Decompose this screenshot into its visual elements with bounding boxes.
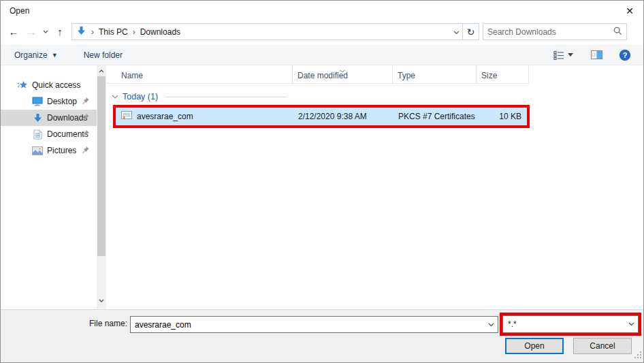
organize-dropdown-caret-icon: ▼ [52,52,58,59]
sidebar-item-downloads[interactable]: Downloads [1,110,97,126]
downloads-icon [32,113,43,123]
certificate-file-icon [121,111,132,122]
column-label: Type [398,71,415,80]
group-label: Today (1) [123,92,158,101]
sidebar-item-desktop[interactable]: Desktop [1,93,97,110]
scroll-down-icon[interactable] [97,296,106,305]
annotation-red-box-file-row: avesrarae_com 2/12/2020 9:38 AM PKCS #7 … [113,105,530,128]
breadcrumb-separator-icon: › [133,27,135,37]
pin-icon [82,97,90,107]
pin-icon [82,129,90,140]
sidebar-item-documents[interactable]: Documents [1,126,97,142]
help-icon: ? [619,49,631,61]
close-icon[interactable]: ✕ [616,1,643,21]
group-header-today[interactable]: Today (1) [112,90,643,104]
change-view-button[interactable] [548,50,579,60]
svg-text:?: ? [623,51,628,59]
sidebar-item-quick-access[interactable]: Quick access [1,77,97,93]
refresh-icon[interactable]: ↻ [463,23,479,40]
file-type-value: *.* [503,319,624,329]
file-type: PKCS #7 Certificates [396,108,479,125]
quick-access-star-icon [17,80,28,90]
column-header-date-modified[interactable]: Date modified [293,65,393,84]
column-label: Name [121,71,143,80]
file-type-combobox[interactable]: *.* [502,315,639,333]
file-name-combobox[interactable] [130,316,498,333]
file-size: 10 KB [479,108,527,125]
command-bar: Organize ▼ New folder [1,45,643,65]
view-dropdown-caret-icon [568,53,573,57]
group-divider-line [165,97,287,97]
cancel-button[interactable]: Cancel [573,338,632,354]
search-box[interactable] [483,23,627,40]
forward-icon[interactable]: → [22,23,40,41]
pictures-icon [32,146,43,155]
column-header-size[interactable]: Size [477,65,529,84]
breadcrumb-this-pc[interactable]: This PC [99,27,128,37]
address-bar[interactable]: › This PC › Downloads [71,23,463,40]
group-collapse-chevron-icon [112,95,118,99]
file-row[interactable]: avesrarae_com 2/12/2020 9:38 AM PKCS #7 … [116,108,527,125]
sidebar-item-pictures[interactable]: Pictures [1,142,97,159]
file-name: avesrarae_com [137,112,193,121]
organize-label: Organize [14,50,48,60]
sidebar-item-label: Desktop [47,97,77,106]
downloads-folder-icon [76,26,86,38]
file-list: Name Date modified Type Size Today (1) [106,65,643,309]
new-folder-button[interactable]: New folder [77,45,129,65]
details-view-icon [553,50,564,60]
search-input[interactable] [487,27,613,37]
column-header-type[interactable]: Type [393,65,477,84]
column-headers: Name Date modified Type Size [106,65,643,84]
help-button[interactable]: ? [613,49,637,61]
file-type-dropdown-chevron-icon[interactable] [624,316,638,332]
navigation-bar: ← → ↑ › This PC › Downloads ↻ [1,21,643,45]
breadcrumb-separator-icon: › [91,27,94,37]
sort-descending-icon [340,65,346,75]
resize-grip[interactable] [634,351,641,360]
annotation-red-box-file-type: *.* [500,313,641,336]
column-label: Size [481,71,497,80]
documents-icon [32,129,43,140]
dialog-body: Quick access Desktop Downloads [1,65,643,309]
up-icon[interactable]: ↑ [51,23,69,41]
file-name-dropdown-chevron-icon[interactable] [484,317,498,332]
new-folder-label: New folder [84,50,123,60]
preview-pane-button[interactable] [585,50,608,59]
title-bar: Open ✕ [1,1,643,21]
address-dropdown-chevron-icon[interactable] [453,27,460,37]
navigation-pane: Quick access Desktop Downloads [1,65,97,309]
desktop-icon [32,97,43,106]
sidebar-item-label: Pictures [47,146,76,155]
column-header-name[interactable]: Name [106,65,293,84]
file-name-label: File name: [69,319,127,328]
file-name-input[interactable] [131,320,484,330]
back-icon[interactable]: ← [5,23,22,41]
pin-icon [82,146,90,156]
sidebar-item-label: Quick access [32,80,80,90]
scrollbar-thumb[interactable] [97,76,106,256]
sidebar-scrollbar[interactable] [97,65,106,309]
file-date-modified: 2/12/2020 9:38 AM [295,108,396,125]
organize-button[interactable]: Organize ▼ [7,45,65,65]
scroll-up-icon[interactable] [97,66,106,76]
recent-locations-chevron-icon[interactable] [40,23,51,41]
open-dialog-window: Open ✕ ← → ↑ › This PC › Downloads ↻ [0,0,644,363]
preview-pane-icon [591,50,602,59]
open-button[interactable]: Open [505,338,564,354]
search-icon[interactable] [613,27,622,37]
pin-icon [82,113,90,123]
breadcrumb-downloads[interactable]: Downloads [140,27,180,37]
window-title: Open [1,6,29,16]
dialog-footer: File name: *.* Open Cancel [1,309,643,362]
